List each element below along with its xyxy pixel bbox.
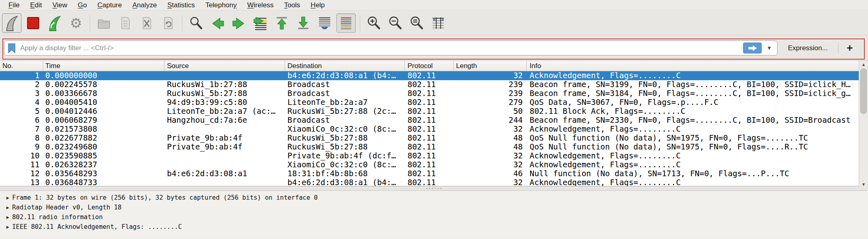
column-header-source[interactable]: Source bbox=[165, 61, 285, 71]
packet-row-6[interactable]: 6 0.006068279 Hangzhou_cd:7a:6e Broadcas… bbox=[0, 116, 868, 125]
packet-no-cell: 1 bbox=[0, 71, 43, 80]
display-filter-input[interactable]: ▼ bbox=[4, 41, 777, 55]
menu-item-edit[interactable]: Edit bbox=[25, 0, 47, 10]
scroll-down-button[interactable]: ▼ bbox=[859, 181, 868, 188]
menu-label-mnemonic: V bbox=[53, 1, 57, 9]
packet-info-cell: Acknowledgement, Flags=........C bbox=[527, 178, 868, 186]
auto-scroll-button[interactable] bbox=[315, 13, 334, 33]
add-filter-button[interactable]: + bbox=[838, 42, 861, 54]
packet-no-cell: 13 bbox=[0, 178, 43, 186]
menu-item-statistics[interactable]: Statistics bbox=[162, 0, 200, 10]
expander-icon[interactable]: ▶ bbox=[3, 205, 12, 210]
packet-time-cell: 0.004012446 bbox=[43, 107, 165, 116]
packet-no-cell: 9 bbox=[0, 143, 43, 152]
detail-row-frame[interactable]: ▶ Frame 1: 32 bytes on wire (256 bits), … bbox=[0, 193, 868, 203]
document-icon bbox=[118, 16, 133, 30]
apply-filter-button[interactable] bbox=[743, 43, 762, 53]
menu-item-analyze[interactable]: Analyze bbox=[127, 0, 162, 10]
scrollbar-thumb[interactable] bbox=[860, 68, 867, 114]
resize-columns-button[interactable] bbox=[429, 13, 448, 33]
arrow-right-icon bbox=[748, 45, 757, 51]
packet-source-cell: Hangzhou_cd:7a:6e bbox=[165, 116, 285, 125]
column-header-no[interactable]: No. bbox=[0, 61, 43, 71]
packet-row-2[interactable]: 2 0.002245578 RuckusWi_1b:27:88 Broadcas… bbox=[0, 80, 868, 89]
packet-row-11[interactable]: 11 0.026328237 XiaomiCo_0c:32:c0 (8c:… 8… bbox=[0, 160, 868, 169]
packet-row-10[interactable]: 10 0.023590885 Private_9b:ab:4f (dc:f… 8… bbox=[0, 152, 868, 160]
close-file-button[interactable] bbox=[137, 13, 156, 33]
go-back-button[interactable] bbox=[208, 13, 227, 33]
packet-row-5[interactable]: 5 0.004012446 LiteonTe_bb:2a:a7 (ac:… Ru… bbox=[0, 107, 868, 116]
bookmark-icon[interactable] bbox=[7, 43, 16, 53]
magnifier-plus-icon bbox=[367, 16, 381, 30]
scrollbar-track[interactable] bbox=[859, 68, 868, 181]
menu-label-post: elp bbox=[316, 1, 325, 9]
scroll-up-button[interactable]: ▲ bbox=[859, 61, 868, 68]
capture-options-button[interactable]: ⚙ bbox=[66, 13, 86, 33]
column-header-info[interactable]: Info bbox=[527, 61, 868, 71]
packet-row-3[interactable]: 3 0.003366678 RuckusWi_5b:27:88 Broadcas… bbox=[0, 89, 868, 98]
packet-destination-cell: 18:31:bf:4b:8b:68 bbox=[285, 169, 405, 178]
menu-label-mnemonic: E bbox=[30, 1, 34, 9]
menu-item-telephony[interactable]: Telephony bbox=[200, 0, 242, 10]
go-to-packet-button[interactable] bbox=[251, 13, 270, 33]
packet-row-1[interactable]: 1 0.000000000 b4:e6:2d:d3:08:a1 (b4:… 80… bbox=[0, 71, 868, 80]
stop-capture-button[interactable] bbox=[23, 13, 43, 33]
detail-row-ieee[interactable]: ▶ IEEE 802.11 Acknowledgement, Flags: ..… bbox=[0, 222, 868, 232]
caret-down-icon[interactable]: ▼ bbox=[767, 45, 772, 51]
menu-item-capture[interactable]: Capture bbox=[92, 0, 127, 10]
packet-row-7[interactable]: 7 0.021573808 XiaomiCo_0c:32:c0 (8c:… 80… bbox=[0, 125, 868, 134]
go-forward-button[interactable] bbox=[229, 13, 249, 33]
column-header-length[interactable]: Length bbox=[454, 61, 527, 71]
expander-icon[interactable]: ▶ bbox=[3, 224, 12, 230]
go-to-top-button[interactable] bbox=[272, 13, 291, 33]
save-file-button[interactable] bbox=[116, 13, 135, 33]
menu-item-help[interactable]: Help bbox=[305, 0, 330, 10]
main-toolbar: ⚙ bbox=[0, 11, 868, 36]
zoom-reset-button[interactable] bbox=[407, 13, 427, 33]
reload-file-button[interactable] bbox=[158, 13, 178, 33]
column-header-time[interactable]: Time bbox=[43, 61, 165, 71]
menu-item-tools[interactable]: Tools bbox=[279, 0, 306, 10]
packet-destination-cell: XiaomiCo_0c:32:c0 (8c:… bbox=[285, 125, 405, 134]
packet-time-cell: 0.006068279 bbox=[43, 116, 165, 125]
expander-icon[interactable]: ▶ bbox=[3, 195, 12, 201]
menu-item-file[interactable]: File bbox=[3, 0, 25, 10]
menu-item-go[interactable]: Go bbox=[72, 0, 92, 10]
zoom-out-button[interactable] bbox=[386, 13, 405, 33]
detail-row-radio[interactable]: ▶ 802.11 radio information bbox=[0, 212, 868, 222]
packet-info-cell: Acknowledgement, Flags=........C bbox=[527, 71, 868, 80]
expression-button[interactable]: Expression... bbox=[777, 44, 838, 52]
menu-item-view[interactable]: View bbox=[47, 0, 73, 10]
packet-row-9[interactable]: 9 0.023249680 Private_9b:ab:4f RuckusWi_… bbox=[0, 143, 868, 152]
splitter-handle[interactable]: ······ bbox=[426, 186, 443, 190]
packet-length-cell: 32 bbox=[454, 152, 527, 160]
packet-source-cell: RuckusWi_1b:27:88 bbox=[165, 80, 285, 89]
start-capture-button[interactable] bbox=[2, 13, 21, 33]
packet-destination-cell: b4:e6:2d:d3:08:a1 (b4:… bbox=[285, 71, 405, 80]
find-packet-button[interactable] bbox=[186, 13, 206, 33]
detail-text: IEEE 802.11 Acknowledgement, Flags: ....… bbox=[12, 223, 182, 230]
colorize-button[interactable] bbox=[336, 13, 356, 33]
packet-list-scrollbar[interactable]: ▲ ▼ bbox=[859, 61, 868, 188]
packet-destination-cell: Broadcast bbox=[285, 80, 405, 89]
column-header-destination[interactable]: Destination bbox=[285, 61, 405, 71]
open-file-button[interactable] bbox=[94, 13, 114, 33]
toolbar-separator bbox=[182, 15, 182, 31]
expander-icon[interactable]: ▶ bbox=[3, 215, 12, 220]
go-to-bottom-button[interactable] bbox=[294, 13, 313, 33]
packet-row-8[interactable]: 8 0.022677882 Private_9b:ab:4f RuckusWi_… bbox=[0, 134, 868, 143]
column-header-protocol[interactable]: Protocol bbox=[405, 61, 454, 71]
menu-label-mnemonic: y bbox=[233, 1, 237, 9]
packet-row-4[interactable]: 4 0.004005410 94:d9:b3:99:c5:80 LiteonTe… bbox=[0, 98, 868, 107]
packet-row-12[interactable]: 12 0.035648293 b4:e6:2d:d3:08:a1 18:31:b… bbox=[0, 169, 868, 178]
list-funnel-icon bbox=[317, 16, 332, 30]
packet-info-cell: Beacon frame, SN=2330, FN=0, Flags=.....… bbox=[527, 116, 868, 125]
detail-row-radiotap[interactable]: ▶ Radiotap Header v0, Length 18 bbox=[0, 203, 868, 212]
filter-text-field[interactable] bbox=[20, 44, 743, 52]
pane-splitter[interactable]: ······ bbox=[0, 186, 868, 191]
packet-info-cell: Acknowledgement, Flags=........C bbox=[527, 152, 868, 160]
packet-time-cell: 0.002245578 bbox=[43, 80, 165, 89]
restart-capture-button[interactable] bbox=[45, 13, 64, 33]
zoom-in-button[interactable] bbox=[364, 13, 384, 33]
menu-item-wireless[interactable]: Wireless bbox=[242, 0, 279, 10]
